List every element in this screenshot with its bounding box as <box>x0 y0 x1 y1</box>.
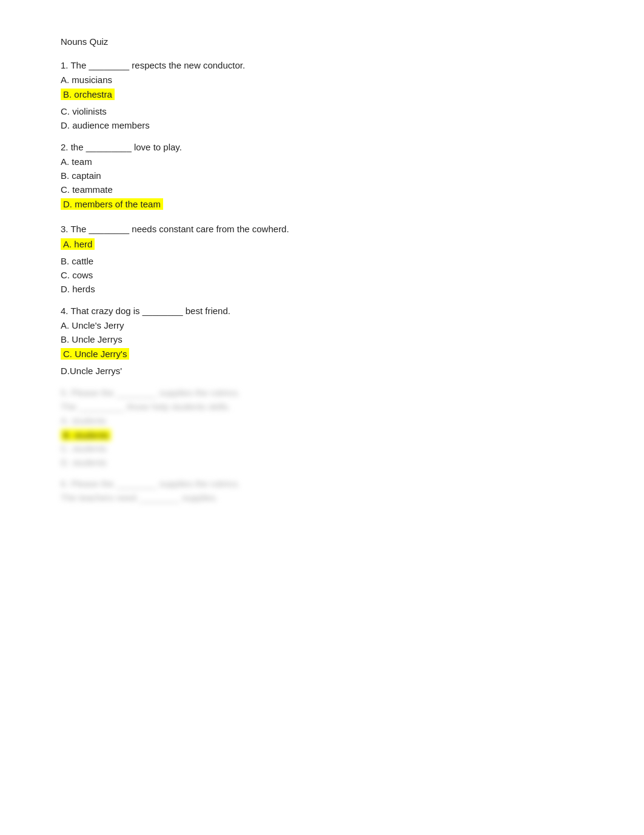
question-1-option-b: B. orchestra <box>61 88 583 103</box>
question-2-option-d-highlighted: D. members of the team <box>61 198 163 210</box>
blurred-question-5-text: 5. Please the ________ supplies the rubr… <box>61 387 583 398</box>
blurred-section-5: 5. Please the ________ supplies the rubr… <box>61 387 583 468</box>
question-3-option-b: B. cattle <box>61 255 583 267</box>
question-3-text: 3. The ________ needs constant care from… <box>61 224 583 234</box>
question-1-text: 1. The ________ respects the new conduct… <box>61 60 583 70</box>
question-2-option-a: A. team <box>61 156 583 167</box>
question-4-option-c-highlighted: C. Uncle Jerry's <box>61 348 129 360</box>
question-4-text: 4. That crazy dog is ________ best frien… <box>61 306 583 316</box>
question-3-section: 3. The ________ needs constant care from… <box>61 224 583 295</box>
quiz-title: Nouns Quiz <box>61 36 583 47</box>
question-2-section: 2. the _________ love to play. A. team B… <box>61 142 583 213</box>
blurred-question-5-sub: The _________ those help students skills… <box>61 401 583 412</box>
question-2-option-c: C. teammate <box>61 184 583 195</box>
question-1-option-c: C. violinists <box>61 106 583 117</box>
question-4-option-c: C. Uncle Jerry's <box>61 347 583 363</box>
question-3-option-a-highlighted: A. herd <box>61 238 95 250</box>
question-4-section: 4. That crazy dog is ________ best frien… <box>61 306 583 377</box>
blurred-section-6: 6. Please the ________ supplies the rubr… <box>61 478 583 503</box>
blurred-option-5-d: D. students <box>61 457 583 468</box>
question-4-option-b: B. Uncle Jerrys <box>61 334 583 345</box>
question-1-option-a: A. musicians <box>61 74 583 86</box>
question-4-option-a: A. Uncle's Jerry <box>61 320 583 331</box>
blurred-option-5-b-wrapper: B. students <box>61 429 583 441</box>
question-2-option-b: B. captain <box>61 170 583 181</box>
question-2-option-d: D. members of the team <box>61 198 583 213</box>
question-3-option-c: C. cows <box>61 269 583 281</box>
blurred-question-6-text: 6. Please the ________ supplies the rubr… <box>61 478 583 489</box>
question-1-option-b-highlighted: B. orchestra <box>61 89 115 100</box>
question-3-option-a: A. herd <box>61 238 583 253</box>
question-4-option-d: D.Uncle Jerrys' <box>61 365 583 377</box>
blurred-option-5-c: C. students <box>61 443 583 454</box>
question-1-option-d: D. audience members <box>61 119 583 131</box>
blurred-option-5-b: B. students <box>61 429 111 441</box>
question-2-text: 2. the _________ love to play. <box>61 142 583 152</box>
blurred-option-5-a: A. students <box>61 415 583 426</box>
question-1-section: 1. The ________ respects the new conduct… <box>61 60 583 131</box>
blurred-question-6-sub: The teachers need ________ supplies. <box>61 492 583 503</box>
question-3-option-d: D. herds <box>61 283 583 295</box>
